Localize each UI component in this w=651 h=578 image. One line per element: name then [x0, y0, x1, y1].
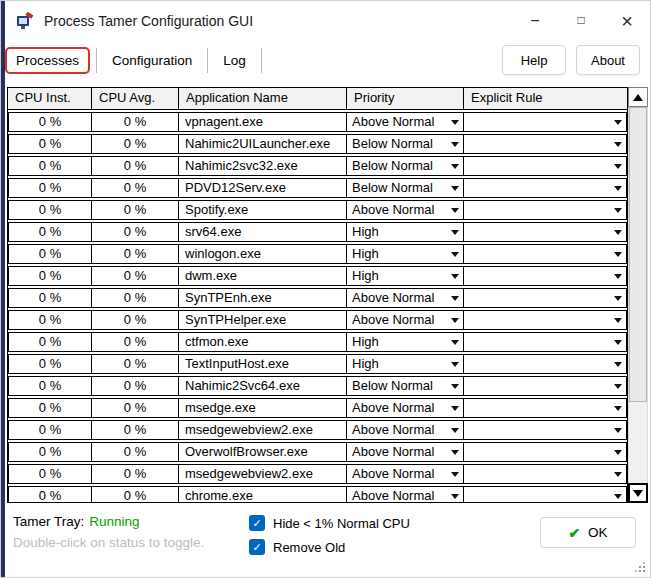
- chevron-down-icon: [614, 428, 622, 433]
- priority-dropdown[interactable]: Above Normal: [347, 399, 464, 417]
- tray-hint: Double-click on status to toggle.: [13, 535, 249, 550]
- cell-app-name: msedgewebview2.exe: [179, 421, 347, 439]
- priority-dropdown[interactable]: Above Normal: [347, 311, 464, 329]
- column-header-application-name: Application Name: [179, 88, 347, 109]
- chevron-down-icon: [614, 472, 622, 477]
- explicit-rule-dropdown[interactable]: [464, 465, 626, 483]
- priority-dropdown[interactable]: Above Normal: [347, 421, 464, 439]
- explicit-rule-dropdown[interactable]: [464, 289, 626, 307]
- priority-dropdown[interactable]: Above Normal: [347, 201, 464, 219]
- maximize-button[interactable]: □: [558, 1, 604, 41]
- priority-value: Below Normal: [352, 378, 433, 393]
- cell-cpu-inst: 0 %: [9, 465, 92, 483]
- priority-dropdown[interactable]: Below Normal: [347, 377, 464, 395]
- priority-value: High: [352, 224, 379, 239]
- scroll-up-button[interactable]: [628, 87, 648, 107]
- cell-cpu-inst: 0 %: [9, 113, 92, 131]
- chevron-down-icon: [614, 318, 622, 323]
- priority-dropdown[interactable]: High: [347, 223, 464, 241]
- priority-dropdown[interactable]: High: [347, 333, 464, 351]
- chevron-down-icon: [614, 450, 622, 455]
- chevron-down-icon: [451, 494, 459, 499]
- explicit-rule-dropdown[interactable]: [464, 245, 626, 263]
- explicit-rule-dropdown[interactable]: [464, 267, 626, 285]
- explicit-rule-dropdown[interactable]: [464, 223, 626, 241]
- cell-cpu-avg: 0 %: [92, 443, 179, 461]
- chevron-down-icon: [614, 208, 622, 213]
- chevron-down-icon: [614, 406, 622, 411]
- checkbox-checked-icon[interactable]: ✓: [249, 515, 265, 531]
- window-left-edge: [1, 1, 5, 577]
- about-button[interactable]: About: [576, 45, 640, 75]
- explicit-rule-dropdown[interactable]: [464, 399, 626, 417]
- help-button[interactable]: Help: [502, 45, 566, 75]
- chevron-down-icon: [451, 450, 459, 455]
- cell-cpu-inst: 0 %: [9, 311, 92, 329]
- scroll-down-button[interactable]: [628, 483, 648, 503]
- table-row: 0 % 0 % msedgewebview2.exe Above Normal: [8, 420, 627, 440]
- checkbox-hide-normal-cpu[interactable]: ✓ Hide < 1% Normal CPU: [249, 515, 410, 531]
- cell-cpu-avg: 0 %: [92, 421, 179, 439]
- tab-log[interactable]: Log: [208, 48, 262, 73]
- chevron-down-icon: [451, 230, 459, 235]
- table-row: 0 % 0 % TextInputHost.exe High: [8, 354, 627, 374]
- chevron-down-icon: [451, 252, 459, 257]
- priority-dropdown[interactable]: Above Normal: [347, 113, 464, 131]
- tray-status-value[interactable]: Running: [89, 514, 139, 529]
- explicit-rule-dropdown[interactable]: [464, 135, 626, 153]
- explicit-rule-dropdown[interactable]: [464, 443, 626, 461]
- scrollbar-thumb[interactable]: [629, 107, 647, 402]
- explicit-rule-dropdown[interactable]: [464, 487, 626, 502]
- tab-configuration[interactable]: Configuration: [96, 48, 208, 73]
- checkbox-checked-icon[interactable]: ✓: [249, 539, 265, 555]
- tray-status-line: Tamer Tray:Running: [13, 514, 249, 529]
- priority-value: High: [352, 268, 379, 283]
- priority-dropdown[interactable]: Below Normal: [347, 157, 464, 175]
- cell-cpu-inst: 0 %: [9, 267, 92, 285]
- priority-dropdown[interactable]: High: [347, 245, 464, 263]
- tabs: Processes Configuration Log: [5, 47, 262, 74]
- chevron-down-icon: [451, 296, 459, 301]
- cell-cpu-avg: 0 %: [92, 179, 179, 197]
- cell-cpu-inst: 0 %: [9, 157, 92, 175]
- explicit-rule-dropdown[interactable]: [464, 355, 626, 373]
- priority-dropdown[interactable]: High: [347, 267, 464, 285]
- chevron-down-icon: [614, 230, 622, 235]
- priority-value: Below Normal: [352, 158, 433, 173]
- priority-dropdown[interactable]: Above Normal: [347, 443, 464, 461]
- close-button[interactable]: ×: [604, 1, 650, 41]
- cell-app-name: OverwolfBrowser.exe: [179, 443, 347, 461]
- cell-app-name: msedge.exe: [179, 399, 347, 417]
- explicit-rule-dropdown[interactable]: [464, 179, 626, 197]
- chevron-down-icon: [614, 362, 622, 367]
- explicit-rule-dropdown[interactable]: [464, 311, 626, 329]
- priority-dropdown[interactable]: Above Normal: [347, 465, 464, 483]
- cell-app-name: Nahimic2svc32.exe: [179, 157, 347, 175]
- explicit-rule-dropdown[interactable]: [464, 377, 626, 395]
- priority-dropdown[interactable]: Below Normal: [347, 135, 464, 153]
- explicit-rule-dropdown[interactable]: [464, 157, 626, 175]
- cell-cpu-avg: 0 %: [92, 157, 179, 175]
- table-row: 0 % 0 % msedge.exe Above Normal: [8, 398, 627, 418]
- priority-dropdown[interactable]: Above Normal: [347, 289, 464, 307]
- checkbox-remove-old[interactable]: ✓ Remove Old: [249, 539, 410, 555]
- table-row: 0 % 0 % SynTPEnh.exe Above Normal: [8, 288, 627, 308]
- tab-strip: Processes Configuration Log Help About: [1, 41, 650, 79]
- chevron-down-icon: [451, 428, 459, 433]
- tab-processes[interactable]: Processes: [5, 47, 90, 74]
- minimize-button[interactable]: −: [512, 1, 558, 41]
- priority-dropdown[interactable]: Above Normal: [347, 487, 464, 502]
- priority-dropdown[interactable]: Below Normal: [347, 179, 464, 197]
- cell-cpu-inst: 0 %: [9, 223, 92, 241]
- explicit-rule-dropdown[interactable]: [464, 333, 626, 351]
- resize-grip[interactable]: [633, 560, 645, 572]
- priority-dropdown[interactable]: High: [347, 355, 464, 373]
- vertical-scrollbar[interactable]: [628, 87, 648, 503]
- scrollbar-track[interactable]: [628, 107, 648, 483]
- explicit-rule-dropdown[interactable]: [464, 113, 626, 131]
- explicit-rule-dropdown[interactable]: [464, 201, 626, 219]
- ok-button[interactable]: ✔ OK: [540, 517, 636, 548]
- cell-cpu-inst: 0 %: [9, 179, 92, 197]
- explicit-rule-dropdown[interactable]: [464, 421, 626, 439]
- chevron-down-icon: [451, 120, 459, 125]
